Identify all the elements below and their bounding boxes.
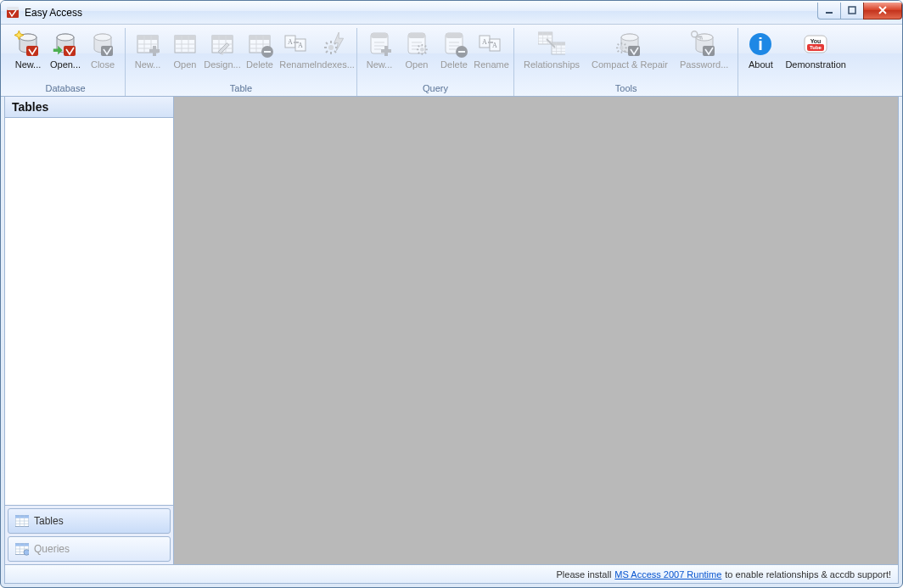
- titlebar: Easy Access: [1, 1, 902, 25]
- tbl-delete-icon: [246, 31, 273, 58]
- ribbon-toolbar: New...Open...CloseDatabaseNew...OpenDesi…: [1, 25, 902, 97]
- query-rename-button: Rename: [473, 28, 510, 82]
- svg-text:i: i: [759, 35, 764, 53]
- table-design-button: Design...: [204, 28, 241, 82]
- window-title: Easy Access: [25, 7, 82, 19]
- sidebar-tabs: TablesQueries: [5, 505, 173, 564]
- tbl-design-icon: [209, 31, 236, 58]
- sidebar: Tables TablesQueries: [5, 97, 174, 564]
- ribbon-button-label: Relationships: [524, 58, 580, 81]
- relationships-button: Relationships: [518, 28, 586, 82]
- maximize-icon: [848, 6, 857, 15]
- table-icon: [15, 514, 29, 528]
- minimize-icon: [825, 6, 834, 15]
- svg-point-10: [24, 550, 29, 556]
- statusbar-link[interactable]: MS Access 2007 Runtime: [614, 569, 721, 580]
- statusbar-prefix: Please install: [557, 569, 612, 580]
- query-delete-button: Delete: [435, 28, 473, 82]
- close-icon: [878, 5, 888, 15]
- ribbon-button-label: About: [749, 58, 773, 81]
- compact-repair-button: Compact & Repair: [586, 28, 674, 82]
- statusbar-suffix: to enable relationships & accdb support!: [725, 569, 891, 580]
- ribbon-group: New...Open...CloseDatabase: [6, 28, 126, 96]
- svg-rect-1: [7, 7, 19, 10]
- db-close-icon: [89, 31, 116, 58]
- app-window: Easy Access New...Open...CloseDatabaseNe…: [0, 0, 903, 588]
- svg-rect-2: [826, 12, 833, 14]
- table-open-button: Open: [166, 28, 204, 82]
- ribbon-button-label: Password...: [680, 58, 728, 81]
- demonstration-button[interactable]: YouTubeDemonstration: [779, 28, 852, 82]
- ribbon-button-label: Open: [406, 58, 429, 81]
- youtube-icon: YouTube: [802, 31, 829, 58]
- svg-text:Tube: Tube: [810, 45, 822, 50]
- rename-icon: [283, 31, 311, 58]
- ribbon-group: New...OpenDeleteRenameQuery: [357, 28, 514, 96]
- ribbon-button-label: Delete: [440, 58, 468, 81]
- ribbon-button-label: Design...: [204, 58, 240, 81]
- table-new-button: New...: [129, 28, 166, 82]
- db-new-icon: [14, 31, 42, 58]
- about-icon: i: [747, 31, 774, 58]
- ribbon-group-label: Table: [129, 82, 353, 96]
- window-controls: [818, 3, 902, 20]
- db-close-button: Close: [84, 28, 121, 82]
- relationships-icon: [538, 31, 565, 58]
- ribbon-button-label: Open: [174, 58, 197, 81]
- main-body: Tables TablesQueries: [4, 97, 899, 565]
- sidebar-tab-label: Tables: [34, 515, 64, 527]
- ribbon-button-label: Delete: [246, 58, 273, 81]
- db-new-button[interactable]: New...: [9, 28, 47, 82]
- db-open-button[interactable]: Open...: [47, 28, 84, 82]
- db-open-icon: [52, 31, 79, 58]
- table-delete-button: Delete: [241, 28, 278, 82]
- query-open-button: Open: [398, 28, 435, 82]
- sidebar-list: [5, 118, 173, 505]
- table-indexes-button: Indexes...: [316, 28, 353, 82]
- tbl-new-icon: [134, 31, 161, 58]
- app-icon: [6, 6, 20, 20]
- sidebar-tab-label: Queries: [34, 543, 70, 555]
- minimize-button[interactable]: [817, 3, 841, 20]
- sidebar-tab-queries: Queries: [8, 536, 171, 562]
- rename-icon: [478, 31, 505, 58]
- ribbon-button-label: New...: [135, 58, 161, 81]
- ribbon-button-label: Rename: [279, 58, 315, 81]
- indexes-icon: [321, 31, 348, 58]
- sidebar-tab-tables[interactable]: Tables: [8, 508, 171, 534]
- ribbon-group: iAboutYouTubeDemonstration: [738, 28, 855, 96]
- ribbon-group-label: Database: [9, 82, 121, 96]
- ribbon-group: New...OpenDesign...DeleteRenameIndexes..…: [126, 28, 357, 96]
- about-button[interactable]: iAbout: [742, 28, 779, 82]
- ribbon-button-label: Compact & Repair: [592, 58, 668, 81]
- ribbon-group-label: Tools: [518, 82, 734, 96]
- statusbar: Please install MS Access 2007 Runtime to…: [4, 565, 899, 584]
- sidebar-header: Tables: [5, 97, 173, 118]
- query-icon: [15, 542, 29, 556]
- ribbon-group-label: [742, 82, 852, 86]
- ribbon-button-label: Rename: [474, 58, 509, 81]
- ribbon-button-label: New...: [367, 58, 393, 81]
- qry-open-icon: [403, 31, 430, 58]
- query-new-button: New...: [361, 28, 398, 82]
- ribbon-group: RelationshipsCompact & RepairPassword...…: [514, 28, 738, 96]
- table-rename-button: Rename: [278, 28, 316, 82]
- ribbon-group-label: Query: [361, 82, 510, 96]
- qry-delete-icon: [440, 31, 468, 58]
- svg-text:You: You: [810, 38, 822, 44]
- password-icon: [691, 31, 718, 58]
- ribbon-button-label: Close: [91, 58, 115, 81]
- compact-icon: [616, 31, 643, 58]
- maximize-button[interactable]: [840, 3, 864, 20]
- qry-new-icon: [366, 31, 393, 58]
- ribbon-button-label: Indexes...: [314, 58, 355, 81]
- tbl-open-icon: [171, 31, 199, 58]
- ribbon-button-label: Demonstration: [785, 58, 846, 81]
- content-area: [174, 97, 898, 564]
- svg-rect-3: [849, 7, 855, 14]
- ribbon-button-label: New...: [15, 58, 42, 81]
- password-button: Password...: [674, 28, 734, 82]
- close-button[interactable]: [863, 3, 902, 20]
- ribbon-button-label: Open...: [50, 58, 81, 81]
